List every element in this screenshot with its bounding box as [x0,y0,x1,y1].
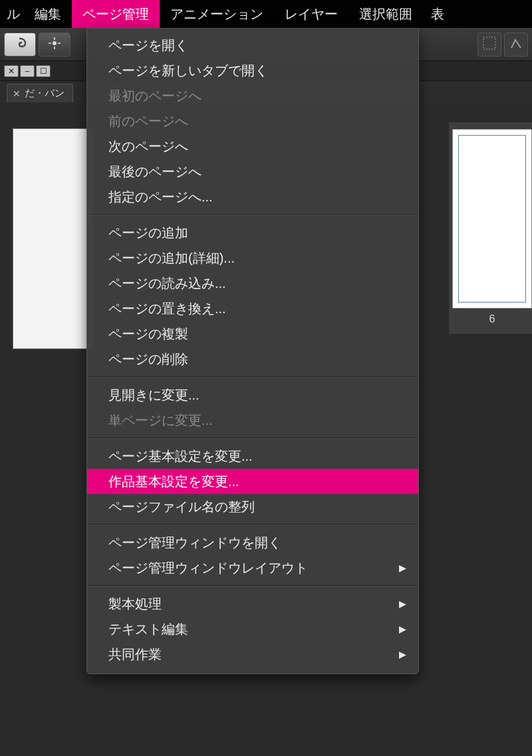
menubar-item-trail: ル [7,0,24,28]
thumbnail-label: 6 [453,313,531,325]
tab-close-icon[interactable]: ✕ [13,88,21,99]
menubar-item-page-manage[interactable]: ページ管理 [72,0,160,28]
tool-curve-button[interactable] [504,33,528,57]
page-manage-menu: ページを開く ページを新しいタブで開く 最初のページへ 前のページへ 次のページ… [86,28,419,674]
menu-work-settings[interactable]: 作品基本設定を変更... [87,469,418,494]
menu-sort-filenames[interactable]: ページファイル名の整列 [87,494,418,519]
panel-min-button[interactable]: – [20,65,35,77]
menu-label: テキスト編集 [108,622,188,636]
submenu-arrow-icon: ▶ [399,645,406,664]
tab-label: だ・バン [25,87,65,100]
menubar-item-selection[interactable]: 選択範囲 [348,0,423,28]
menubar-item-animation[interactable]: アニメーション [160,0,274,28]
menu-add-page[interactable]: ページの追加 [87,220,418,245]
menu-prev-page: 前のページへ [87,108,418,134]
maximize-icon: ☐ [40,66,47,76]
menu-import-page[interactable]: ページの読み込み... [87,271,418,296]
menu-open-new-tab[interactable]: ページを新しいタブで開く [87,58,418,83]
menu-to-single: 単ページに変更... [87,408,418,433]
menu-binding[interactable]: 製本処理 ▶ [87,591,418,616]
menu-open-page[interactable]: ページを開く [87,33,418,58]
menu-collaborate[interactable]: 共同作業 ▶ [87,642,418,667]
menu-first-page: 最初のページへ [87,83,418,108]
menu-next-page[interactable]: 次のページへ [87,134,418,159]
menu-text-edit[interactable]: テキスト編集 ▶ [87,616,418,642]
thumbnail-content [458,135,526,303]
minimize-icon: – [25,66,30,76]
menu-label: 共同作業 [108,647,162,662]
panel-max-button[interactable]: ☐ [36,65,51,77]
submenu-arrow-icon: ▶ [399,620,406,638]
menu-label: ページ管理ウィンドウレイアウト [108,561,308,575]
menu-open-page-manager[interactable]: ページ管理ウィンドウを開く [87,530,418,555]
menu-to-spread[interactable]: 見開きに変更... [87,382,418,408]
menu-goto-page[interactable]: 指定のページへ... [87,184,418,209]
menubar-item-layer[interactable]: レイヤー [274,0,348,28]
menu-replace-page[interactable]: ページの置き換え... [87,296,418,321]
canvas-area[interactable] [13,129,93,348]
menubar: ル 編集 ページ管理 アニメーション レイヤー 選択範囲 表 [0,0,532,28]
tool-sparkle-button[interactable] [39,33,70,57]
menu-last-page[interactable]: 最後のページへ [87,159,418,184]
svg-point-0 [53,41,57,45]
menu-label: 製本処理 [108,596,162,611]
menubar-item-edit[interactable]: 編集 [24,0,72,28]
menu-page-settings[interactable]: ページ基本設定を変更... [87,443,418,469]
grid-icon [483,37,496,53]
menu-separator [87,438,418,439]
menu-separator [87,585,418,586]
panel-close-button[interactable]: ✕ [4,65,19,77]
menu-add-page-detail[interactable]: ページの追加(詳細)... [87,245,418,271]
tool-swirl-button[interactable] [4,33,36,57]
svg-rect-1 [483,37,495,49]
document-tab[interactable]: ✕ だ・バン [7,84,73,102]
submenu-arrow-icon: ▶ [399,594,406,613]
tool-grid-button[interactable] [477,33,501,57]
menu-separator [87,524,418,525]
sparkle-icon [48,37,61,53]
close-icon: ✕ [8,66,15,76]
menu-separator [87,376,418,378]
menu-separator [87,214,418,215]
menu-delete-page[interactable]: ページの削除 [87,346,418,372]
menu-page-manager-layout[interactable]: ページ管理ウィンドウレイアウト ▶ [87,555,418,580]
swirl-icon [12,37,28,53]
submenu-arrow-icon: ▶ [399,559,406,577]
curve-icon [509,37,523,53]
page-thumbnail[interactable]: 6 [452,129,532,309]
menu-duplicate-page[interactable]: ページの複製 [87,321,418,346]
menubar-item-tail: 表 [423,0,448,28]
